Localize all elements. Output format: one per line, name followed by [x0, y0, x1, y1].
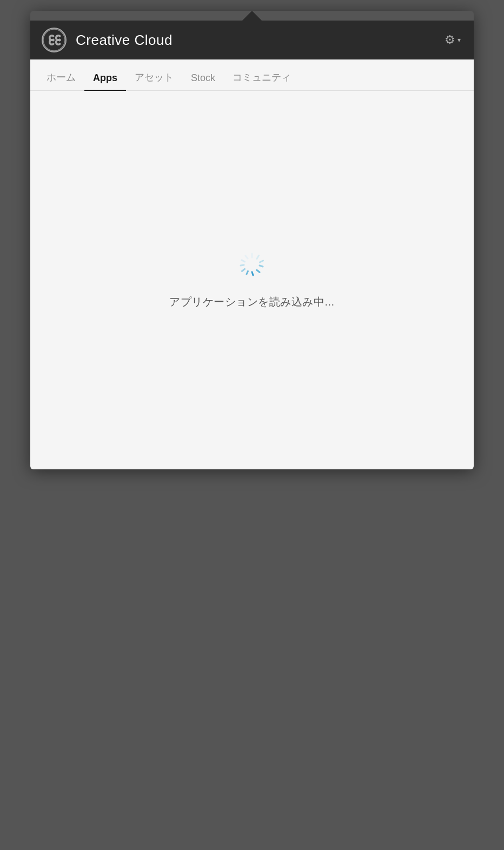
tab-community[interactable]: コミュニティ: [224, 71, 300, 90]
tab-apps[interactable]: Apps: [84, 72, 126, 90]
svg-line-8: [242, 269, 245, 271]
svg-line-11: [246, 256, 248, 258]
loading-area: アプリケーションを読み込み中...: [30, 91, 474, 469]
svg-line-5: [257, 270, 260, 272]
caret-icon: ▾: [457, 36, 461, 44]
tab-assets[interactable]: アセット: [126, 71, 182, 90]
tab-home[interactable]: ホーム: [47, 71, 84, 90]
svg-line-4: [260, 265, 263, 267]
main-content: ホーム Apps アセット Stock コミュニティ: [30, 59, 474, 469]
svg-line-3: [260, 261, 263, 262]
loading-text: アプリケーションを読み込み中...: [169, 295, 334, 309]
app-window: Creative Cloud ⚙ ▾ ホーム Apps アセット Stock コ…: [30, 11, 474, 469]
svg-line-6: [252, 272, 253, 275]
app-header: Creative Cloud ⚙ ▾: [30, 21, 474, 59]
svg-line-10: [242, 260, 245, 262]
svg-line-9: [241, 265, 244, 265]
svg-line-7: [247, 271, 248, 274]
creative-cloud-logo: [41, 27, 67, 53]
app-title: Creative Cloud: [76, 32, 442, 49]
settings-button[interactable]: ⚙ ▾: [442, 31, 463, 49]
tab-bar: ホーム Apps アセット Stock コミュニティ: [30, 59, 474, 91]
window-notch: [30, 11, 474, 21]
tab-stock[interactable]: Stock: [182, 72, 224, 90]
svg-line-2: [257, 255, 259, 258]
gear-icon: ⚙: [445, 33, 455, 47]
loading-spinner: [239, 251, 265, 277]
